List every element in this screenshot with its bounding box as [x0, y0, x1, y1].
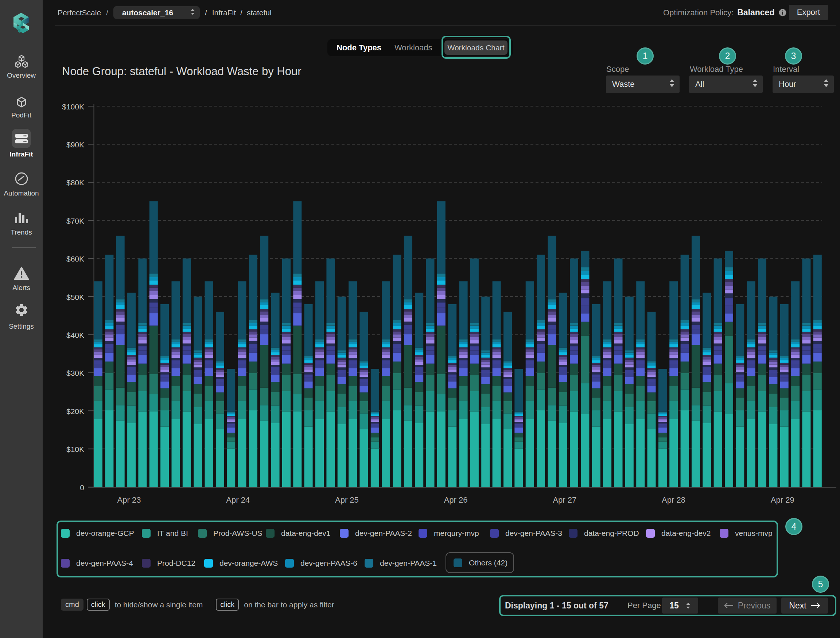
svg-text:$10K: $10K: [66, 445, 84, 453]
svg-text:$20K: $20K: [66, 407, 84, 415]
svg-text:0: 0: [80, 483, 84, 492]
svg-text:Apr 24: Apr 24: [226, 496, 250, 505]
svg-text:Apr 26: Apr 26: [444, 496, 468, 505]
svg-text:Apr 23: Apr 23: [117, 496, 141, 505]
svg-text:$70K: $70K: [66, 217, 84, 225]
svg-text:$30K: $30K: [66, 369, 84, 377]
svg-text:$50K: $50K: [66, 293, 84, 301]
svg-text:Apr 28: Apr 28: [662, 496, 685, 505]
svg-text:$60K: $60K: [66, 255, 84, 263]
svg-text:$90K: $90K: [66, 141, 84, 149]
svg-text:Apr 29: Apr 29: [771, 496, 794, 505]
svg-text:$80K: $80K: [66, 178, 84, 187]
svg-text:Apr 25: Apr 25: [335, 496, 359, 505]
svg-text:$100K: $100K: [62, 103, 84, 111]
svg-text:Apr 27: Apr 27: [553, 496, 576, 505]
svg-text:$40K: $40K: [66, 331, 84, 339]
